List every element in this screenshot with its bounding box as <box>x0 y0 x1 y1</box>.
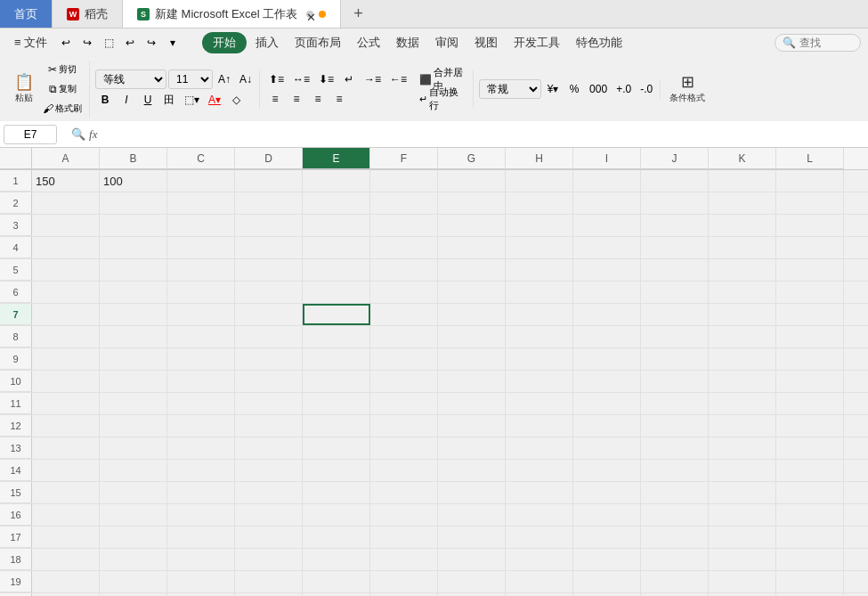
cell-A4[interactable] <box>32 237 100 258</box>
cell-J2[interactable] <box>641 192 709 214</box>
cell-L1[interactable] <box>776 170 844 192</box>
cell-G6[interactable] <box>438 282 506 303</box>
cell-K5[interactable] <box>709 259 776 281</box>
cell-B6[interactable] <box>100 282 167 303</box>
menu-page-layout[interactable]: 页面布局 <box>288 32 348 53</box>
cell-K19[interactable] <box>709 571 776 592</box>
cell-F8[interactable] <box>370 326 438 347</box>
cell-C13[interactable] <box>167 437 235 459</box>
cell-B18[interactable] <box>100 549 167 570</box>
menu-special[interactable]: 特色功能 <box>569 32 629 53</box>
cell-H1[interactable] <box>506 170 573 192</box>
cell-A15[interactable] <box>32 482 100 503</box>
currency-button[interactable]: ¥▾ <box>543 80 563 98</box>
row-header-8[interactable]: 8 <box>0 326 32 347</box>
cell-H16[interactable] <box>506 504 573 526</box>
cell-A2[interactable] <box>32 192 100 214</box>
cell-A11[interactable] <box>32 393 100 414</box>
cell-F4[interactable] <box>370 237 438 258</box>
cell-A8[interactable] <box>32 326 100 347</box>
cell-I15[interactable] <box>573 482 641 503</box>
cell-I12[interactable] <box>573 415 641 437</box>
cell-D16[interactable] <box>235 504 303 526</box>
row-header-4[interactable]: 4 <box>0 237 32 258</box>
cell-D3[interactable] <box>235 215 303 236</box>
cell-G18[interactable] <box>438 549 506 570</box>
cell-G19[interactable] <box>438 571 506 592</box>
cell-D12[interactable] <box>235 415 303 437</box>
cell-K1[interactable] <box>709 170 776 192</box>
align-center-button[interactable]: ≡ <box>287 90 306 108</box>
cell-I19[interactable] <box>573 571 641 592</box>
cell-I11[interactable] <box>573 393 641 414</box>
cell-C10[interactable] <box>167 371 235 392</box>
col-header-g[interactable]: G <box>438 148 506 169</box>
cell-D10[interactable] <box>235 371 303 392</box>
cell-J17[interactable] <box>641 527 709 548</box>
cell-I7[interactable] <box>573 304 641 325</box>
cell-I9[interactable] <box>573 348 641 370</box>
cell-L8[interactable] <box>776 326 844 347</box>
cell-C19[interactable] <box>167 571 235 592</box>
cell-H4[interactable] <box>506 237 573 258</box>
row-header-17[interactable]: 17 <box>0 527 32 548</box>
italic-button[interactable]: I <box>117 91 136 109</box>
decrease-font-button[interactable]: A↓ <box>236 70 256 88</box>
cell-F11[interactable] <box>370 393 438 414</box>
cell-K2[interactable] <box>709 192 776 214</box>
cell-K13[interactable] <box>709 437 776 459</box>
row-header-1[interactable]: 1 <box>0 170 32 192</box>
cell-A12[interactable] <box>32 415 100 437</box>
cell-J12[interactable] <box>641 415 709 437</box>
font-color-button[interactable]: A▾ <box>205 91 224 109</box>
cell-G8[interactable] <box>438 326 506 347</box>
cell-H15[interactable] <box>506 482 573 503</box>
cell-F5[interactable] <box>370 259 438 281</box>
cell-E16[interactable] <box>303 504 370 526</box>
cell-L19[interactable] <box>776 571 844 592</box>
save-button2[interactable]: ⬚ <box>99 34 118 52</box>
cell-A14[interactable] <box>32 460 100 481</box>
cell-B5[interactable] <box>100 259 167 281</box>
increase-decimal-button[interactable]: +.0 <box>612 80 635 98</box>
font-size-select[interactable]: 11 <box>168 69 213 89</box>
cell-K12[interactable] <box>709 415 776 437</box>
cell-B4[interactable] <box>100 237 167 258</box>
cell-E18[interactable] <box>303 549 370 570</box>
cell-K9[interactable] <box>709 348 776 370</box>
cell-C6[interactable] <box>167 282 235 303</box>
cell-G12[interactable] <box>438 415 506 437</box>
cell-H9[interactable] <box>506 348 573 370</box>
cell-I5[interactable] <box>573 259 641 281</box>
cell-H2[interactable] <box>506 192 573 214</box>
cell-K3[interactable] <box>709 215 776 236</box>
cell-K14[interactable] <box>709 460 776 481</box>
cell-F10[interactable] <box>370 371 438 392</box>
cell-E19[interactable] <box>303 571 370 592</box>
cell-C11[interactable] <box>167 393 235 414</box>
cell-D17[interactable] <box>235 527 303 548</box>
redo-button3[interactable]: ↪ <box>142 34 161 52</box>
cell-G15[interactable] <box>438 482 506 503</box>
cell-E6[interactable] <box>303 282 370 303</box>
cell-I4[interactable] <box>573 237 641 258</box>
col-header-k[interactable]: K <box>709 148 776 169</box>
fill-color-button[interactable]: ⬚▾ <box>181 91 203 109</box>
cell-C9[interactable] <box>167 348 235 370</box>
cell-C12[interactable] <box>167 415 235 437</box>
cell-F19[interactable] <box>370 571 438 592</box>
cell-A13[interactable] <box>32 437 100 459</box>
indent-decrease-button[interactable]: ←≡ <box>386 70 410 88</box>
cell-B11[interactable] <box>100 393 167 414</box>
conditional-format-button[interactable]: ⊞ 条件格式 <box>666 69 709 109</box>
cell-C16[interactable] <box>167 504 235 526</box>
row-header-18[interactable]: 18 <box>0 549 32 570</box>
formula-input[interactable] <box>101 125 864 144</box>
cell-F12[interactable] <box>370 415 438 437</box>
cell-A16[interactable] <box>32 504 100 526</box>
cell-E4[interactable] <box>303 237 370 258</box>
font-name-select[interactable]: 等线 <box>95 69 166 89</box>
cell-K10[interactable] <box>709 371 776 392</box>
cell-F17[interactable] <box>370 527 438 548</box>
col-header-a[interactable]: A <box>32 148 100 169</box>
